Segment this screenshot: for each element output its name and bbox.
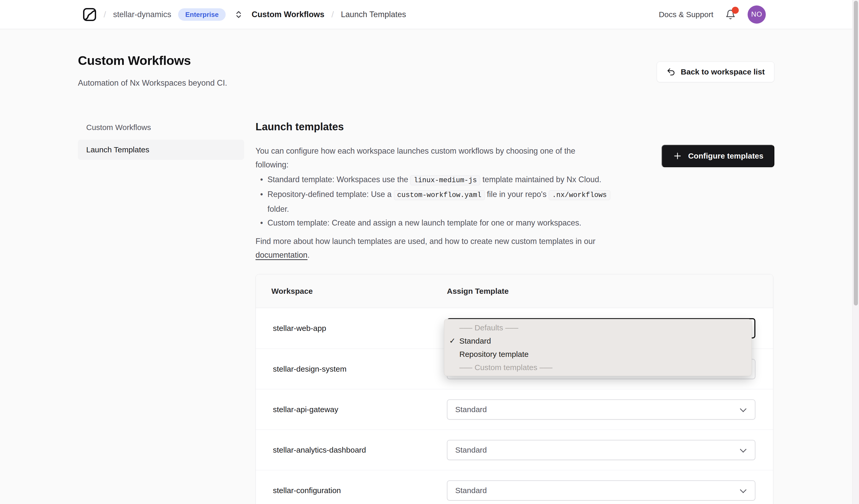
top-nav: / stellar-dynamics Enterprise Custom Wor… (0, 0, 852, 29)
notifications-button[interactable] (725, 9, 736, 20)
chevron-down-icon (740, 406, 746, 412)
table-header-row: Workspace Assign Template (256, 274, 773, 308)
workspace-template-table: Workspace Assign Template stellar-web-ap… (256, 274, 773, 504)
dropdown-group-custom-templates: ––– Custom templates ––– (444, 361, 752, 374)
dropdown-option-standard[interactable]: ✓ Standard (444, 334, 752, 348)
assign-template-select[interactable]: Standard ––– Defaults ––– ✓ Standard Rep… (447, 318, 755, 338)
workspace-name: stellar-design-system (256, 365, 346, 373)
workspace-name: stellar-api-gateway (256, 405, 338, 414)
breadcrumb-separator: / (104, 9, 106, 19)
dropdown-group-defaults: ––– Defaults ––– (444, 321, 752, 334)
chevron-down-icon (740, 446, 746, 453)
notification-dot (732, 7, 739, 14)
list-item: Standard template: Workspaces use the li… (256, 172, 630, 187)
breadcrumb-section[interactable]: Custom Workflows (252, 10, 324, 19)
dropdown-option-repository-template[interactable]: Repository template (444, 348, 752, 361)
template-dropdown-menu: ––– Defaults ––– ✓ Standard Repository t… (444, 319, 752, 376)
table-row: stellar-configuration Standard (256, 470, 773, 504)
breadcrumb: / stellar-dynamics Enterprise Custom Wor… (82, 7, 406, 21)
launch-templates-section: Launch templates You can configure how e… (256, 117, 630, 262)
scrollbar-track (852, 0, 859, 504)
template-options-list: Standard template: Workspaces use the li… (256, 172, 630, 230)
column-header-assign-template: Assign Template (447, 287, 509, 295)
scrollbar-thumb[interactable] (854, 1, 858, 305)
list-item: Custom template: Create and assign a new… (256, 216, 630, 230)
breadcrumb-page[interactable]: Launch Templates (341, 10, 406, 19)
configure-templates-button[interactable]: Configure templates (662, 145, 774, 167)
breadcrumb-separator: / (331, 9, 334, 19)
code-chip: custom-workflow.yaml (394, 190, 485, 200)
assign-template-select[interactable]: Standard (447, 399, 755, 419)
assign-template-select[interactable]: Standard (447, 480, 755, 501)
workspace-name: stellar-analytics-dashboard (256, 446, 366, 455)
section-heading: Launch templates (256, 121, 630, 133)
workspace-name: stellar-web-app (256, 324, 326, 333)
breadcrumb-org[interactable]: stellar-dynamics (113, 10, 171, 19)
page-title: Custom Workflows (78, 53, 191, 68)
table-row: stellar-api-gateway Standard (256, 389, 773, 429)
plan-badge: Enterprise (178, 8, 226, 21)
settings-sidebar: Custom Workflows Launch Templates (78, 117, 244, 162)
table-row: stellar-analytics-dashboard Standard (256, 429, 773, 470)
sidebar-item-launch-templates[interactable]: Launch Templates (78, 140, 244, 160)
undo-arrow-icon (666, 67, 676, 77)
documentation-link[interactable]: documentation (256, 250, 307, 259)
code-chip: linux-medium-js (410, 175, 480, 185)
page-subtitle: Automation of Nx Workspaces beyond CI. (78, 78, 227, 88)
plus-icon (673, 151, 682, 161)
chevron-down-icon (740, 487, 746, 493)
table-row: stellar-web-app Standard ––– Defaults ––… (256, 308, 773, 349)
workspace-switcher-icon[interactable] (233, 10, 245, 19)
assign-template-select[interactable]: Standard (447, 440, 755, 460)
avatar[interactable]: NO (748, 5, 766, 24)
workspace-name: stellar-configuration (256, 486, 341, 495)
back-to-workspace-list-button[interactable]: Back to workspace list (657, 61, 774, 82)
sidebar-item-custom-workflows[interactable]: Custom Workflows (78, 117, 244, 138)
docs-support-link[interactable]: Docs & Support (659, 10, 713, 19)
nx-cloud-logo-icon[interactable] (82, 7, 96, 21)
check-icon: ✓ (449, 334, 455, 348)
column-header-workspace: Workspace (256, 287, 447, 295)
section-footer: Find more about how launch templates are… (256, 234, 630, 262)
list-item: Repository-defined template: Use a custo… (256, 187, 630, 216)
section-intro: You can configure how each workspace lau… (256, 144, 630, 171)
code-chip: .nx/workflows (549, 190, 610, 200)
